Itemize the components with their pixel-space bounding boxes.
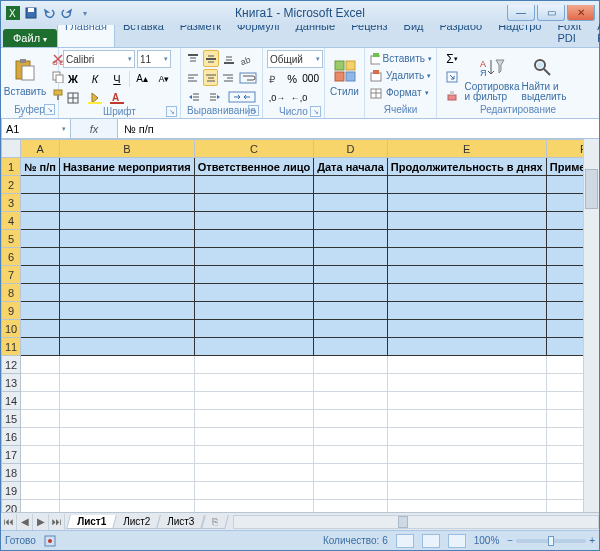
row-header-11[interactable]: 11 — [2, 338, 21, 356]
cell-A6[interactable] — [21, 248, 60, 266]
delete-cells-button[interactable]: Удалить▾ — [369, 67, 432, 84]
row-header-15[interactable]: 15 — [2, 410, 21, 428]
cell-B4[interactable] — [59, 212, 194, 230]
cell-F6[interactable] — [546, 248, 583, 266]
cell-F15[interactable] — [546, 410, 583, 428]
tab-nav-last-icon[interactable]: ⏭ — [49, 514, 65, 530]
cell-E13[interactable] — [387, 374, 546, 392]
cell-E11[interactable] — [387, 338, 546, 356]
cell-E4[interactable] — [387, 212, 546, 230]
cell-F9[interactable] — [546, 302, 583, 320]
cell-F17[interactable] — [546, 446, 583, 464]
cell-A14[interactable] — [21, 392, 60, 410]
zoom-slider[interactable]: − + — [507, 535, 595, 546]
cell-A9[interactable] — [21, 302, 60, 320]
cell-A16[interactable] — [21, 428, 60, 446]
align-left-icon[interactable] — [185, 69, 201, 86]
cell-F13[interactable] — [546, 374, 583, 392]
insert-cells-button[interactable]: Вставить▾ — [369, 50, 432, 67]
cell-C17[interactable] — [194, 446, 313, 464]
row-header-12[interactable]: 12 — [2, 356, 21, 374]
cell-F8[interactable] — [546, 284, 583, 302]
cell-B16[interactable] — [59, 428, 194, 446]
number-dialog-icon[interactable]: ↘ — [310, 106, 321, 117]
cell-C19[interactable] — [194, 482, 313, 500]
cell-C5[interactable] — [194, 230, 313, 248]
zoom-level[interactable]: 100% — [474, 535, 500, 546]
cell-D6[interactable] — [314, 248, 388, 266]
sort-filter-button[interactable]: АЯ Сортировка и фильтр — [466, 53, 518, 102]
fx-button[interactable]: fx — [90, 123, 99, 135]
row-header-17[interactable]: 17 — [2, 446, 21, 464]
align-top-icon[interactable] — [185, 50, 201, 67]
cell-E9[interactable] — [387, 302, 546, 320]
number-format-combo[interactable]: Общий▾ — [267, 50, 323, 68]
cell-A1[interactable]: № п/п — [21, 158, 60, 176]
cell-A3[interactable] — [21, 194, 60, 212]
cell-B9[interactable] — [59, 302, 194, 320]
cell-B14[interactable] — [59, 392, 194, 410]
cell-C10[interactable] — [194, 320, 313, 338]
cell-E15[interactable] — [387, 410, 546, 428]
cell-D9[interactable] — [314, 302, 388, 320]
cell-F20[interactable] — [546, 500, 583, 513]
row-header-10[interactable]: 10 — [2, 320, 21, 338]
clipboard-dialog-icon[interactable]: ↘ — [44, 104, 55, 115]
col-header-E[interactable]: E — [387, 140, 546, 158]
zoom-out-icon[interactable]: − — [507, 535, 513, 546]
cell-F3[interactable] — [546, 194, 583, 212]
cell-A10[interactable] — [21, 320, 60, 338]
cell-A18[interactable] — [21, 464, 60, 482]
cell-F4[interactable] — [546, 212, 583, 230]
row-header-20[interactable]: 20 — [2, 500, 21, 513]
font-dialog-icon[interactable]: ↘ — [166, 106, 177, 117]
decrease-decimal-icon[interactable]: ←,0 — [289, 89, 309, 106]
cell-C16[interactable] — [194, 428, 313, 446]
cell-F11[interactable] — [546, 338, 583, 356]
fill-icon[interactable] — [441, 69, 463, 86]
align-middle-icon[interactable] — [203, 50, 219, 67]
cell-F2[interactable] — [546, 176, 583, 194]
cell-E19[interactable] — [387, 482, 546, 500]
cell-E2[interactable] — [387, 176, 546, 194]
cell-D1[interactable]: Дата начала — [314, 158, 388, 176]
clear-icon[interactable] — [441, 87, 463, 104]
cell-D10[interactable] — [314, 320, 388, 338]
sheet-tab-Лист1[interactable]: Лист1 — [66, 515, 117, 529]
row-header-9[interactable]: 9 — [2, 302, 21, 320]
close-button[interactable]: ✕ — [567, 5, 595, 21]
maximize-button[interactable]: ▭ — [537, 5, 565, 21]
wrap-text-icon[interactable] — [238, 69, 258, 86]
cell-F10[interactable] — [546, 320, 583, 338]
minimize-button[interactable]: — — [507, 5, 535, 21]
cell-B17[interactable] — [59, 446, 194, 464]
cell-A19[interactable] — [21, 482, 60, 500]
merge-cells-icon[interactable] — [226, 88, 258, 105]
styles-button[interactable]: Стили — [329, 57, 360, 97]
cell-C6[interactable] — [194, 248, 313, 266]
cell-F5[interactable] — [546, 230, 583, 248]
cell-E16[interactable] — [387, 428, 546, 446]
cell-A2[interactable] — [21, 176, 60, 194]
row-header-8[interactable]: 8 — [2, 284, 21, 302]
cell-E20[interactable] — [387, 500, 546, 513]
tab-nav-prev-icon[interactable]: ◀ — [17, 514, 33, 530]
accounting-icon[interactable]: ₽ — [267, 70, 283, 87]
cell-B8[interactable] — [59, 284, 194, 302]
col-header-D[interactable]: D — [314, 140, 388, 158]
cell-C9[interactable] — [194, 302, 313, 320]
cell-D3[interactable] — [314, 194, 388, 212]
cell-D12[interactable] — [314, 356, 388, 374]
sheet-tab-Лист2[interactable]: Лист2 — [112, 515, 161, 529]
row-header-14[interactable]: 14 — [2, 392, 21, 410]
row-header-13[interactable]: 13 — [2, 374, 21, 392]
cell-D5[interactable] — [314, 230, 388, 248]
cell-B3[interactable] — [59, 194, 194, 212]
macro-record-icon[interactable] — [44, 535, 56, 547]
cell-F14[interactable] — [546, 392, 583, 410]
row-header-7[interactable]: 7 — [2, 266, 21, 284]
col-header-B[interactable]: B — [59, 140, 194, 158]
cell-A7[interactable] — [21, 266, 60, 284]
align-center-icon[interactable] — [203, 69, 219, 86]
cell-C12[interactable] — [194, 356, 313, 374]
